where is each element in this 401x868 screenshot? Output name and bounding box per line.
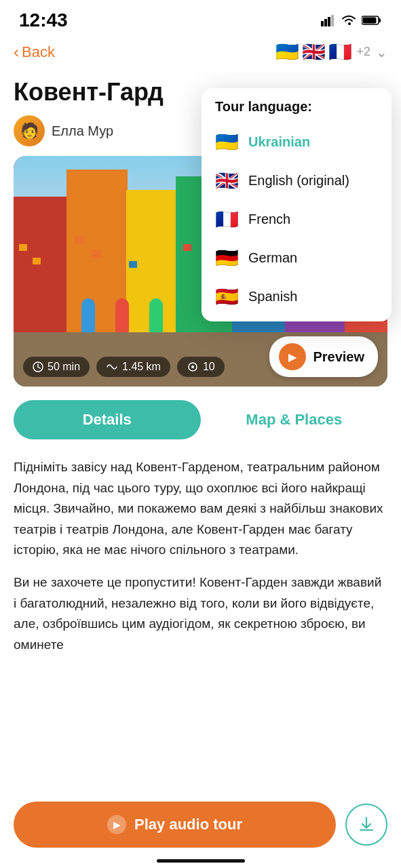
svg-rect-2	[328, 17, 330, 26]
stops-value: 10	[203, 361, 215, 373]
status-icons	[321, 14, 382, 26]
description-para1: Підніміть завісу над Ковент-Гарденом, те…	[14, 457, 387, 560]
bottom-bar: ▶ Play audio tour	[0, 792, 401, 868]
preview-play-icon: ▶	[279, 343, 306, 370]
plus-count: +2	[356, 45, 370, 59]
distance-stat: 1.45 km	[96, 357, 170, 377]
dropdown-title: Tour language:	[202, 99, 392, 123]
tab-details-label: Details	[83, 411, 132, 428]
download-button[interactable]	[345, 804, 387, 846]
tab-map-places[interactable]: Map & Places	[201, 400, 388, 439]
duration-stat: 50 min	[23, 357, 90, 377]
description-para2: Ви не захочете це пропустити! Ковент-Гар…	[14, 572, 387, 655]
language-option-spanish[interactable]: 🇪🇸 Spanish	[202, 277, 392, 316]
svg-rect-6	[379, 18, 381, 22]
download-icon	[358, 816, 375, 833]
flag-gb-option-icon: 🇬🇧	[215, 170, 239, 192]
language-dropdown: Tour language: 🇺🇦 Ukrainian 🇬🇧 English (…	[202, 88, 392, 321]
svg-rect-0	[321, 21, 324, 26]
language-option-english[interactable]: 🇬🇧 English (original)	[202, 161, 392, 200]
language-label-english: English (original)	[248, 173, 349, 189]
svg-rect-5	[363, 18, 377, 24]
language-option-german[interactable]: 🇩🇪 German	[202, 239, 392, 277]
language-label-german: German	[248, 250, 297, 266]
svg-rect-1	[324, 19, 327, 26]
preview-label: Preview	[313, 349, 364, 365]
play-audio-label: Play audio tour	[134, 816, 242, 833]
chevron-down-icon: ⌄	[376, 44, 387, 60]
flag-de-option-icon: 🇩🇪	[215, 247, 239, 269]
stops-icon	[187, 361, 199, 372]
flag-ua-option-icon: 🇺🇦	[215, 131, 239, 153]
play-audio-icon: ▶	[107, 815, 126, 834]
tab-map-label: Map & Places	[246, 411, 342, 428]
tab-details[interactable]: Details	[14, 400, 201, 439]
route-icon	[106, 361, 118, 372]
language-option-french[interactable]: 🇫🇷 French	[202, 200, 392, 239]
battery-icon	[362, 15, 382, 26]
distance-value: 1.45 km	[122, 361, 161, 373]
preview-button[interactable]: ▶ Preview	[269, 336, 378, 377]
play-audio-button[interactable]: ▶ Play audio tour	[14, 802, 336, 848]
author-name: Елла Мур	[52, 123, 113, 139]
clock-icon	[33, 361, 43, 372]
back-button[interactable]: ‹ Back	[14, 43, 55, 62]
language-selector[interactable]: 🇺🇦 🇬🇧 🇫🇷 +2 ⌄	[275, 41, 387, 63]
signal-icon	[321, 14, 336, 26]
flag-ua-icon: 🇺🇦	[275, 41, 299, 63]
status-bar: 12:43	[0, 0, 401, 37]
flag-fr-icon: 🇫🇷	[328, 41, 352, 63]
svg-point-9	[191, 366, 194, 368]
wifi-icon	[341, 14, 356, 26]
avatar: 🧑	[14, 115, 45, 146]
header-nav: ‹ Back 🇺🇦 🇬🇧 🇫🇷 +2 ⌄	[0, 37, 401, 73]
status-time: 12:43	[19, 9, 68, 31]
flag-fr-option-icon: 🇫🇷	[215, 208, 239, 231]
language-label-spanish: Spanish	[248, 289, 297, 304]
back-label: Back	[22, 43, 55, 61]
flag-es-option-icon: 🇪🇸	[215, 285, 239, 308]
flag-gb-icon: 🇬🇧	[302, 41, 326, 63]
language-label-french: French	[248, 212, 290, 227]
stops-stat: 10	[177, 357, 225, 377]
description: Підніміть завісу над Ковент-Гарденом, те…	[0, 446, 401, 666]
duration-value: 50 min	[47, 361, 80, 373]
svg-rect-3	[331, 15, 334, 26]
language-option-ukrainian[interactable]: 🇺🇦 Ukrainian	[202, 123, 392, 161]
home-indicator	[157, 859, 245, 863]
tour-stats: 50 min 1.45 km 10	[23, 357, 225, 377]
back-chevron-icon: ‹	[14, 43, 19, 62]
language-label-ukrainian: Ukrainian	[248, 134, 310, 150]
tabs-row: Details Map & Places	[0, 387, 401, 446]
